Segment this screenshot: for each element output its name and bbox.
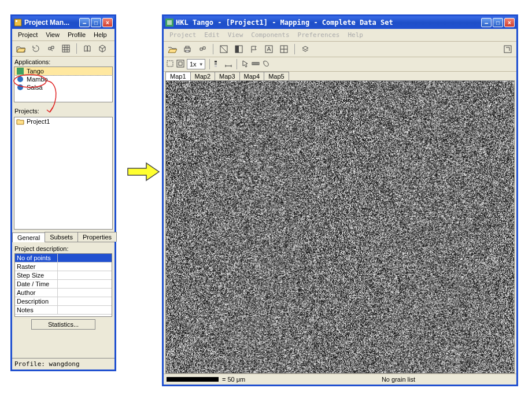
tab-map1[interactable]: Map1 [165,72,191,80]
refresh-icon[interactable] [29,43,42,54]
tango-titlebar[interactable]: HKL Tango - [Project1] - Mapping - Compl… [164,16,516,29]
pm-menu-profile[interactable]: Profile [64,30,89,39]
expand-icon[interactable] [501,43,514,55]
desc-row[interactable]: Notes [15,306,112,315]
map-canvas[interactable] [165,80,515,374]
links-icon[interactable] [196,43,209,55]
tango-title: HKL Tango - [Project1] - Mapping - Compl… [176,19,481,27]
pm-title: Project Man... [24,19,79,27]
project-item[interactable]: Project1 [14,117,112,125]
tab-properties[interactable]: Properties [77,232,117,242]
svg-rect-17 [504,46,511,53]
project-label: Project1 [27,118,50,125]
map-orient-icon[interactable] [217,43,230,55]
pm-toolbar [12,41,114,57]
tab-subsets[interactable]: Subsets [45,232,78,242]
applications-label: Applications: [12,57,114,66]
pm-titlebar[interactable]: Project Man... ‒ □ × [12,16,114,29]
pm-close-button[interactable]: × [102,18,113,27]
legend-icon[interactable] [214,60,222,69]
tango-menu-help[interactable]: Help [344,30,367,40]
pm-menu-project[interactable]: Project [14,30,41,39]
flag-icon[interactable] [247,43,260,55]
svg-point-5 [17,84,23,90]
statistics-button[interactable]: Statistics... [31,319,95,330]
tango-menu-preferences[interactable]: Preferences [294,30,343,40]
svg-rect-23 [215,65,217,67]
description-table[interactable]: No of points Raster Step Size Date / Tim… [14,253,112,317]
desc-header: Project description: [14,243,112,253]
links-icon[interactable] [45,43,57,54]
tango-menu-components[interactable]: Components [247,30,293,40]
pm-minimize-button[interactable]: ‒ [79,18,90,27]
pm-tabs: General Subsets Properties [12,232,114,242]
svg-rect-10 [186,46,189,48]
zoom-select[interactable]: 1x [187,59,205,69]
tango-menu-project[interactable]: Project [166,30,200,40]
cube-icon[interactable] [96,43,109,54]
book-icon[interactable] [81,43,94,54]
svg-rect-1 [16,20,17,22]
pm-menu-help[interactable]: Help [90,30,110,39]
pm-maximize-button[interactable]: □ [91,18,101,27]
tab-map5[interactable]: Map5 [264,72,289,80]
project-manager-window: Project Man... ‒ □ × Project View Profil… [10,14,116,371]
tool-a-icon[interactable] [263,43,275,55]
pointer-icon[interactable] [241,60,249,69]
salsa-icon [16,84,24,91]
fit-icon[interactable] [176,60,184,69]
desc-row[interactable]: Description [15,297,112,306]
svg-rect-3 [17,68,24,75]
svg-rect-21 [215,61,217,62]
grid-icon[interactable] [60,43,72,54]
pm-statusbar: Profile: wangdong [12,358,114,370]
desc-row[interactable]: Author [15,289,112,297]
tango-close-button[interactable]: × [504,18,515,27]
projects-list[interactable]: Project1 [14,117,113,230]
tango-statusbar: = 50 μm No grain list [164,374,516,385]
pm-menubar: Project View Profile Help [12,29,114,41]
scale-icon[interactable] [224,60,232,69]
tango-icon [16,68,24,75]
microstructure-image [166,81,514,373]
tab-general[interactable]: General [12,232,45,242]
svg-rect-2 [62,45,69,52]
tango-menu-view[interactable]: View [224,30,247,40]
desc-row[interactable]: Raster [15,263,112,271]
open-icon[interactable] [14,43,27,54]
desc-row[interactable]: No of points [15,254,112,263]
svg-rect-19 [177,60,184,67]
select-rect-icon[interactable] [166,60,174,69]
svg-rect-11 [186,50,189,52]
tango-menu-edit[interactable]: Edit [201,30,223,40]
application-label: Salsa [27,84,43,91]
applications-list[interactable]: Tango Mambo Salsa [14,66,113,102]
application-item-salsa[interactable]: Salsa [14,83,112,91]
tab-map4[interactable]: Map4 [239,72,265,80]
tab-map3[interactable]: Map3 [215,72,240,80]
map-tabs: Map1 Map2 Map3 Map4 Map5 [164,72,516,80]
svg-rect-14 [235,46,239,53]
application-label: Tango [27,68,44,75]
tango-minimize-button[interactable]: ‒ [481,18,492,27]
desc-row[interactable]: Date / Time [15,280,112,289]
application-label: Mambo [27,76,48,83]
grid2-icon[interactable] [278,43,290,55]
svg-point-4 [17,76,23,82]
tango-menubar: Project Edit View Components Preferences… [164,29,516,42]
layers-icon[interactable] [299,43,312,55]
tango-maximize-button[interactable]: □ [493,18,503,27]
pm-menu-view[interactable]: View [42,30,63,39]
map-phase-icon[interactable] [232,43,245,55]
region-icon[interactable] [262,60,270,69]
tango-toolbar1 [164,42,516,57]
open-icon[interactable] [166,43,179,55]
ruler-icon[interactable] [252,60,260,69]
desc-row[interactable]: Step Size [15,271,112,280]
tab-map2[interactable]: Map2 [190,72,216,80]
print-icon[interactable] [181,43,194,55]
svg-rect-8 [167,20,172,25]
application-item-mambo[interactable]: Mambo [14,75,112,83]
application-item-tango[interactable]: Tango [14,67,112,75]
arrow-icon [127,162,160,182]
